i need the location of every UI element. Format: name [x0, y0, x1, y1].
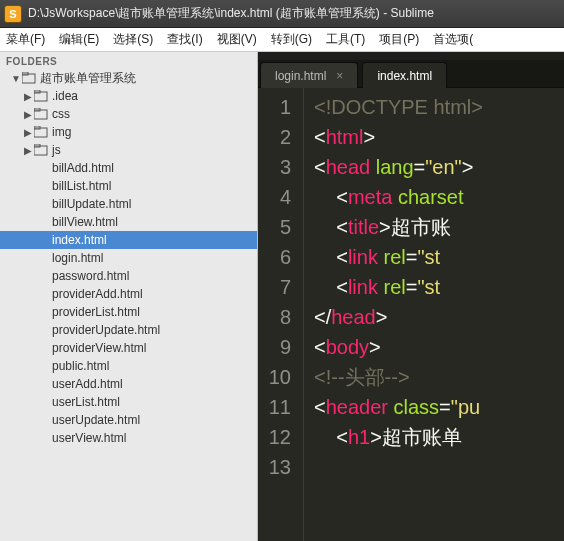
tree-file[interactable]: providerList.html: [0, 303, 257, 321]
folder-icon: [34, 144, 48, 156]
code-token: 超市账单: [382, 426, 462, 448]
code-token: "st: [417, 276, 440, 298]
tree-file-label: login.html: [52, 251, 103, 265]
code-token: class: [394, 396, 440, 418]
code-area[interactable]: 12345678910111213 <!DOCTYPE html> <html>…: [258, 88, 564, 541]
tree-folder-label: .idea: [52, 89, 78, 103]
tree-folder-js[interactable]: ▶ js: [0, 141, 257, 159]
chevron-right-icon: ▶: [22, 91, 34, 102]
tree-root[interactable]: ▼ 超市账单管理系统: [0, 69, 257, 87]
chevron-down-icon: ▼: [10, 73, 22, 84]
tree-file[interactable]: billAdd.html: [0, 159, 257, 177]
tree-file[interactable]: userList.html: [0, 393, 257, 411]
tree-file-label: billAdd.html: [52, 161, 114, 175]
code-token: meta: [348, 186, 392, 208]
tree-file-selected[interactable]: index.html: [0, 231, 257, 249]
code-lines[interactable]: <!DOCTYPE html> <html> <head lang="en"> …: [304, 88, 564, 541]
tree-folder-idea[interactable]: ▶ .idea: [0, 87, 257, 105]
tree-file-label: billList.html: [52, 179, 111, 193]
tree-file-label: index.html: [52, 233, 107, 247]
chevron-right-icon: ▶: [22, 109, 34, 120]
tab-bar: login.html × index.html: [258, 60, 564, 88]
tree-file[interactable]: userView.html: [0, 429, 257, 447]
tree-file-label: userUpdate.html: [52, 413, 140, 427]
code-token: rel: [384, 246, 406, 268]
menu-project[interactable]: 项目(P): [379, 31, 419, 48]
chevron-right-icon: ▶: [22, 127, 34, 138]
tree-file-label: providerList.html: [52, 305, 140, 319]
tree-file-label: userList.html: [52, 395, 120, 409]
tree-file[interactable]: billUpdate.html: [0, 195, 257, 213]
menu-tools[interactable]: 工具(T): [326, 31, 365, 48]
tree-file[interactable]: billList.html: [0, 177, 257, 195]
tree-file-label: password.html: [52, 269, 129, 283]
code-token: html: [326, 126, 364, 148]
code-token: "en": [425, 156, 461, 178]
code-token: "st: [417, 246, 440, 268]
tree-file[interactable]: userUpdate.html: [0, 411, 257, 429]
code-token: lang: [376, 156, 414, 178]
folder-icon: [34, 126, 48, 138]
tree-file-label: public.html: [52, 359, 109, 373]
tree-root-label: 超市账单管理系统: [40, 70, 136, 87]
menu-find[interactable]: 查找(I): [167, 31, 202, 48]
tree-file[interactable]: login.html: [0, 249, 257, 267]
line-gutter: 12345678910111213: [258, 88, 304, 541]
code-token: 超市账: [391, 216, 451, 238]
tree-file[interactable]: userAdd.html: [0, 375, 257, 393]
code-token: header: [326, 396, 388, 418]
menu-select[interactable]: 选择(S): [113, 31, 153, 48]
tree-file[interactable]: password.html: [0, 267, 257, 285]
window-titlebar: S D:\JsWorkspace\超市账单管理系统\index.html (超市…: [0, 0, 564, 28]
sidebar: FOLDERS ▼ 超市账单管理系统 ▶ .idea ▶ css ▶ img: [0, 52, 258, 541]
tree-file-label: billView.html: [52, 215, 118, 229]
menu-edit[interactable]: 编辑(E): [59, 31, 99, 48]
sidebar-header: FOLDERS: [0, 52, 257, 69]
folder-icon: [34, 90, 48, 102]
tree-folder-label: js: [52, 143, 61, 157]
code-token: <!--头部-->: [314, 366, 410, 388]
tab-label: login.html: [275, 69, 326, 83]
tab-index[interactable]: index.html: [362, 62, 447, 88]
menu-bar: 菜单(F) 编辑(E) 选择(S) 查找(I) 视图(V) 转到(G) 工具(T…: [0, 28, 564, 52]
tree-file[interactable]: providerAdd.html: [0, 285, 257, 303]
code-token: "pu: [451, 396, 480, 418]
menu-prefs[interactable]: 首选项(: [433, 31, 473, 48]
folder-icon: [34, 108, 48, 120]
window-title: D:\JsWorkspace\超市账单管理系统\index.html (超市账单…: [28, 5, 434, 22]
minimap-gap: [258, 52, 564, 60]
tree-file-label: billUpdate.html: [52, 197, 131, 211]
tree-file-label: userView.html: [52, 431, 126, 445]
tree-file-label: userAdd.html: [52, 377, 123, 391]
code-token: head: [326, 156, 371, 178]
tree-folder-css[interactable]: ▶ css: [0, 105, 257, 123]
menu-goto[interactable]: 转到(G): [271, 31, 312, 48]
menu-file[interactable]: 菜单(F): [6, 31, 45, 48]
tree-file-label: providerUpdate.html: [52, 323, 160, 337]
code-token: rel: [384, 276, 406, 298]
tree-folder-label: css: [52, 107, 70, 121]
code-token: link: [348, 276, 378, 298]
code-token: h1: [348, 426, 370, 448]
tab-login[interactable]: login.html ×: [260, 62, 358, 88]
tree-folder-label: img: [52, 125, 71, 139]
menu-view[interactable]: 视图(V): [217, 31, 257, 48]
tree-file[interactable]: billView.html: [0, 213, 257, 231]
editor-pane: login.html × index.html 1234567891011121…: [258, 52, 564, 541]
tree-file-label: providerView.html: [52, 341, 147, 355]
tree-file[interactable]: providerView.html: [0, 339, 257, 357]
tab-label: index.html: [377, 69, 432, 83]
tree-file[interactable]: public.html: [0, 357, 257, 375]
folder-tree: ▼ 超市账单管理系统 ▶ .idea ▶ css ▶ img ▶: [0, 69, 257, 541]
code-token: charset: [398, 186, 464, 208]
tree-file[interactable]: providerUpdate.html: [0, 321, 257, 339]
folder-icon: [22, 72, 36, 84]
code-token: title: [348, 216, 379, 238]
close-icon[interactable]: ×: [336, 69, 343, 83]
tree-folder-img[interactable]: ▶ img: [0, 123, 257, 141]
code-token: <!DOCTYPE html>: [314, 96, 483, 118]
code-token: head: [331, 306, 376, 328]
tree-file-label: providerAdd.html: [52, 287, 143, 301]
code-token: link: [348, 246, 378, 268]
chevron-right-icon: ▶: [22, 145, 34, 156]
